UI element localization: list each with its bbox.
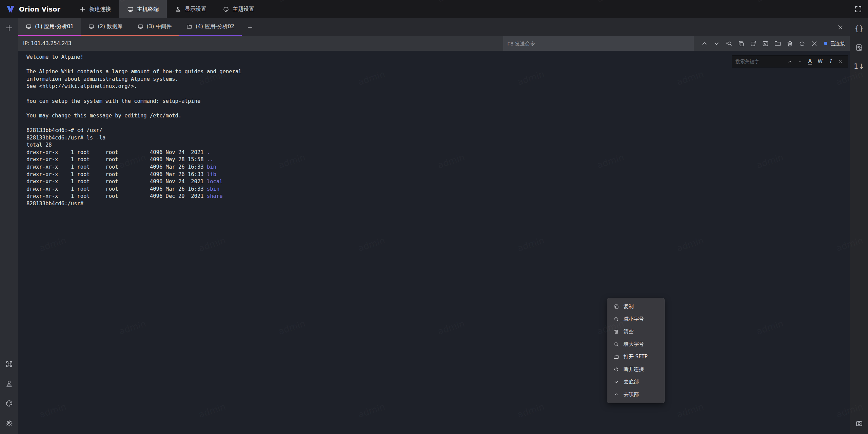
copy-icon xyxy=(613,304,619,309)
gear-icon xyxy=(5,419,13,427)
braces-icon: {} xyxy=(854,25,864,32)
paste-button[interactable] xyxy=(747,37,760,50)
fullscreen-icon[interactable] xyxy=(854,5,862,13)
menu-item-label: 主题设置 xyxy=(233,6,254,13)
find-next-button[interactable] xyxy=(796,57,804,65)
match-case-button[interactable]: A xyxy=(806,57,814,65)
line-jump-button[interactable]: 1↓ xyxy=(854,62,864,71)
close-all-tabs-button[interactable] xyxy=(831,18,850,36)
right-sidebar: {}1↓ xyxy=(850,18,868,434)
line-sort-icon: 1↓ xyxy=(854,63,864,70)
context-menu-item-label: 复制 xyxy=(624,303,634,310)
chevron-down-icon xyxy=(713,40,720,47)
tab-0[interactable]: (1) 应用-分析01 xyxy=(18,18,81,36)
context-menu-item-4[interactable]: 打开 SFTP xyxy=(607,351,664,363)
trash-icon xyxy=(613,329,619,335)
chevron-up-icon xyxy=(787,59,792,64)
orion-visor-logo-icon xyxy=(5,4,16,14)
theme-settings-button[interactable] xyxy=(4,399,14,408)
session-bookmark-button[interactable] xyxy=(854,43,864,52)
shortcut-keys-button[interactable] xyxy=(4,359,14,369)
match-case-glyph: A xyxy=(808,58,812,64)
find-prev-button[interactable] xyxy=(786,57,794,65)
context-menu-item-0[interactable]: 复制 xyxy=(607,300,664,313)
tab-label: (1) 应用-分析01 xyxy=(35,23,74,30)
menu-item-1[interactable]: 主机终端 xyxy=(119,0,167,18)
command-icon xyxy=(5,360,13,368)
zoom-out-icon xyxy=(613,316,619,322)
menu-item-label: 主机终端 xyxy=(137,6,159,13)
open-sftp-button[interactable] xyxy=(772,37,784,50)
context-menu-item-6[interactable]: 去底部 xyxy=(607,376,664,388)
context-menu-item-1[interactable]: 减小字号 xyxy=(607,313,664,325)
folder-icon xyxy=(613,354,619,360)
clear-button[interactable] xyxy=(784,37,796,50)
app-title: Orion Visor xyxy=(19,5,60,13)
close-icon xyxy=(811,40,818,47)
send-command-input[interactable] xyxy=(503,36,694,51)
tab-1[interactable]: (2) 数据库 xyxy=(81,18,130,36)
menu-item-2[interactable]: 显示设置 xyxy=(167,0,215,18)
context-menu-item-3[interactable]: 增大字号 xyxy=(607,338,664,351)
app-root: Orion Visor 新建连接主机终端显示设置主题设置 (1) 应用-分析01… xyxy=(0,0,868,434)
settings-button[interactable] xyxy=(4,418,14,428)
command-snippet-button[interactable] xyxy=(760,37,772,50)
plus-icon xyxy=(247,24,253,31)
connection-bar: IP: 101.43.254.243 已连接 xyxy=(18,36,850,51)
scroll-to-bottom-button[interactable] xyxy=(711,37,723,50)
tab-3[interactable]: (4) 应用-分析02 xyxy=(179,18,242,36)
commands-panel-button[interactable]: {} xyxy=(854,24,864,33)
status-dot-icon xyxy=(824,42,827,45)
menu-item-3[interactable]: 主题设置 xyxy=(215,0,262,18)
whole-word-glyph: W xyxy=(818,58,823,64)
left-sidebar xyxy=(0,18,18,434)
chevron-down-icon xyxy=(613,379,619,385)
tab-2[interactable]: (3) 中间件 xyxy=(130,18,179,36)
context-menu-item-label: 增大字号 xyxy=(624,341,644,347)
stamp-icon xyxy=(5,380,13,388)
search-lines-icon xyxy=(725,40,732,47)
close-button[interactable] xyxy=(836,57,845,65)
tab-label: (4) 应用-分析02 xyxy=(196,23,234,30)
copy-button[interactable] xyxy=(735,37,747,50)
doc-bookmark-icon xyxy=(855,43,863,52)
context-menu-item-label: 减小字号 xyxy=(624,316,644,322)
whole-word-button[interactable]: W xyxy=(816,57,824,65)
context-menu-item-label: 去底部 xyxy=(624,379,639,385)
fullscreen-icon[interactable] xyxy=(853,4,863,14)
add-tab-button[interactable] xyxy=(242,18,258,36)
terminal-context-menu: 复制减小字号清空增大字号打开 SFTP断开连接去底部去顶部 xyxy=(607,298,665,403)
terminal-area[interactable]: Welcome to Alpine! The Alpine Wiki conta… xyxy=(18,51,850,434)
disconnect-button[interactable] xyxy=(796,37,808,50)
context-menu-item-label: 断开连接 xyxy=(624,366,644,373)
plus-icon xyxy=(79,6,86,13)
context-menu-item-label: 清空 xyxy=(624,328,634,335)
context-menu-item-label: 去顶部 xyxy=(624,391,639,398)
power-icon xyxy=(798,40,806,47)
menu-item-0[interactable]: 新建连接 xyxy=(71,0,119,18)
tab-label: (2) 数据库 xyxy=(98,23,122,30)
terminal-toolbar xyxy=(694,37,823,50)
chevron-down-icon xyxy=(797,59,803,64)
regex-button[interactable]: I xyxy=(826,57,834,65)
chevron-up-icon xyxy=(701,40,708,47)
regex-glyph: I xyxy=(829,58,831,64)
screenshot-button[interactable] xyxy=(854,418,864,428)
search-input[interactable] xyxy=(735,59,784,64)
monitor-icon xyxy=(127,6,134,13)
ip-address-label: IP: 101.43.254.243 xyxy=(18,40,72,46)
code-icon xyxy=(762,40,769,47)
context-menu-item-7[interactable]: 去顶部 xyxy=(607,388,664,401)
zoom-in-icon xyxy=(613,341,619,347)
close-icon xyxy=(837,24,844,31)
scroll-to-top-button[interactable] xyxy=(698,37,711,50)
close-button[interactable] xyxy=(808,37,821,50)
display-settings-button[interactable] xyxy=(4,379,14,389)
stamp-icon xyxy=(175,6,181,13)
context-menu-item-5[interactable]: 断开连接 xyxy=(607,363,664,376)
palette-icon xyxy=(5,399,13,408)
search-button[interactable] xyxy=(723,37,735,50)
folder-icon xyxy=(186,24,192,30)
context-menu-item-2[interactable]: 清空 xyxy=(607,325,664,338)
new-tab-button[interactable] xyxy=(4,23,14,33)
